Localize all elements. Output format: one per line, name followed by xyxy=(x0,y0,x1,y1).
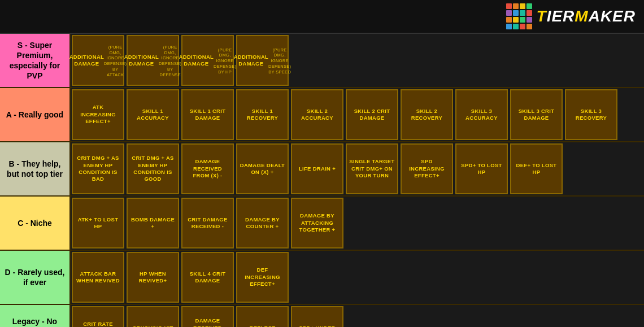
tier-cell[interactable]: ATK+ TO LOST HP xyxy=(72,198,124,248)
cell-main-text: ATK+ TO LOST HP xyxy=(75,216,121,230)
tier-cell[interactable]: BOMB DAMAGE + xyxy=(127,198,179,248)
logo-pixel xyxy=(513,24,519,29)
tier-cell[interactable]: DEF INCREASING EFFECT+ xyxy=(236,252,289,303)
tier-cell[interactable]: CRIT DAMAGE RECEIVED - xyxy=(181,198,234,248)
header: TierMaker xyxy=(0,0,644,34)
tier-cell[interactable]: SKILL 2 ACCURACY xyxy=(291,89,343,140)
tier-cell[interactable]: CRUSHING HIT DAMAGE+ xyxy=(127,306,179,327)
cell-main-text: LIFE DRAIN + xyxy=(299,165,336,172)
cell-main-text: CRUSHING HIT DAMAGE+ xyxy=(130,325,176,327)
cell-main-text: DAMAGE DEALT ON (X) + xyxy=(240,162,285,176)
tier-cells-row-s: ADDITIONAL DAMAGE(PURE DMG, IGNORE DEFEN… xyxy=(71,34,644,87)
tier-cell[interactable]: ATTACK BAR WHEN REVIVED xyxy=(72,252,124,303)
tier-cell[interactable]: DAMAGE BY COUNTER + xyxy=(236,198,289,248)
tier-label-row-a: A - Really good xyxy=(0,88,71,141)
cell-main-text: ADDITIONAL DAMAGE xyxy=(124,54,159,68)
tier-cell[interactable]: ADDITIONAL DAMAGE(PURE DMG, IGNORE DEFEN… xyxy=(181,35,234,86)
logo-text: TierMaker xyxy=(537,7,636,25)
tier-label-row-b: B - They help, but not top tier xyxy=(0,142,71,195)
logo-pixel xyxy=(526,10,532,16)
tier-cell[interactable]: DAMAGE RECEIVED UNDER INABILITY xyxy=(181,306,234,327)
logo-pixel xyxy=(506,10,512,16)
cell-main-text: REFLECT DAMAGE + xyxy=(240,325,285,327)
cell-main-text: DEF INCREASING EFFECT+ xyxy=(240,267,285,287)
logo-pixel xyxy=(520,10,525,16)
tier-cell[interactable]: SKILL 1 CRIT DAMAGE xyxy=(181,89,234,140)
tier-label-row-d: D - Rarely used, if ever xyxy=(0,251,71,304)
tier-cells-row-d: ATTACK BAR WHEN REVIVEDHP WHEN REVIVED+S… xyxy=(71,251,644,304)
logo-pixel xyxy=(520,3,525,9)
tier-cell[interactable]: SPD INCREASING EFFECT+ xyxy=(401,143,453,194)
cell-main-text: CRIT DMG + AS ENEMY HP CONDITION IS BAD xyxy=(75,155,121,182)
cell-main-text: ATK INCREASING EFFECT+ xyxy=(75,104,121,125)
tier-cell[interactable]: LIFE DRAIN + xyxy=(291,143,343,194)
cell-main-text: ADDITIONAL DAMAGE xyxy=(69,54,104,68)
cell-main-text: SINGLE TARGET CRIT DMG+ ON YOUR TURN xyxy=(349,158,395,179)
tier-cell[interactable]: ADDITIONAL DAMAGE(PURE DMG, IGNORE DEFEN… xyxy=(72,35,124,86)
cell-main-text: ADDITIONAL DAMAGE xyxy=(234,54,268,68)
cell-main-text: CRIT RATE INCREASING EFFECT + xyxy=(75,321,121,327)
cell-main-text: SKILL 4 CRIT DAMAGE xyxy=(185,271,230,285)
tier-row-row-b: B - They help, but not top tierCRIT DMG … xyxy=(0,142,644,197)
tier-cell[interactable]: DAMAGE DEALT ON (X) + xyxy=(236,143,289,194)
tier-cell[interactable]: SINGLE TARGET CRIT DMG+ ON YOUR TURN xyxy=(346,143,398,194)
tier-cell[interactable]: CRIT DMG + AS ENEMY HP CONDITION IS BAD xyxy=(72,143,124,194)
tiermaker-logo: TierMaker xyxy=(506,3,636,29)
tier-label-row-c: C - Niche xyxy=(0,197,71,250)
cell-main-text: DAMAGE BY COUNTER + xyxy=(240,216,285,230)
tier-cell[interactable]: SKILL 2 CRIT DAMAGE xyxy=(346,89,398,140)
tier-cells-row-a: ATK INCREASING EFFECT+SKILL 1 ACCURACYSK… xyxy=(71,88,644,141)
tier-cell[interactable]: REFLECT DAMAGE + xyxy=(236,306,289,327)
tier-cell[interactable]: ATK INCREASING EFFECT+ xyxy=(72,89,124,140)
cell-main-text: ATTACK BAR WHEN REVIVED xyxy=(75,271,121,285)
cell-sub-text: (PURE DMG, IGNORE DEFENSE) BY SPEED xyxy=(268,47,291,75)
tier-label-row-s: S - Super Premium, especially for PVP xyxy=(0,34,71,87)
tier-cell[interactable]: SKILL 4 CRIT DAMAGE xyxy=(181,252,234,303)
tier-row-row-legacy: Legacy - No Longer AvailableCRIT RATE IN… xyxy=(0,305,644,327)
tier-cell[interactable]: SPD+ UNDER INABILITY xyxy=(291,306,343,327)
tier-cell[interactable]: DAMAGE RECEIVED FROM (X) - xyxy=(181,143,234,194)
tier-cell[interactable]: SKILL 2 RECOVERY xyxy=(401,89,453,140)
tier-cell[interactable]: ADDITIONAL DAMAGE(PURE DMG, IGNORE DEFEN… xyxy=(236,35,289,86)
tier-cell[interactable]: CRIT DMG + AS ENEMY HP CONDITION IS GOOD xyxy=(127,143,179,194)
tier-cell[interactable]: SKILL 3 RECOVERY xyxy=(565,89,617,140)
tier-cells-row-b: CRIT DMG + AS ENEMY HP CONDITION IS BADC… xyxy=(71,142,644,195)
cell-sub-text: (PURE DMG, IGNORE DEFENSE) BY DEFENSE xyxy=(159,45,181,78)
cell-main-text: CRIT DAMAGE RECEIVED - xyxy=(185,216,230,230)
tier-row-row-a: A - Really goodATK INCREASING EFFECT+SKI… xyxy=(0,88,644,142)
cell-main-text: DAMAGE BY ATTACKING TOGETHER + xyxy=(294,212,340,233)
cell-main-text: SKILL 1 ACCURACY xyxy=(130,108,176,122)
tier-cell[interactable]: DEF+ TO LOST HP xyxy=(510,143,563,194)
logo-pixel xyxy=(513,3,519,9)
tier-cell[interactable]: DAMAGE BY ATTACKING TOGETHER + xyxy=(291,198,343,248)
cell-sub-text: (PURE DMG, IGNORE DEFENSE) BY HP xyxy=(214,47,236,75)
cell-main-text: HP WHEN REVIVED+ xyxy=(130,271,176,285)
cell-main-text: SKILL 2 RECOVERY xyxy=(404,108,450,122)
tier-cells-row-c: ATK+ TO LOST HPBOMB DAMAGE +CRIT DAMAGE … xyxy=(71,197,644,250)
cell-main-text: SKILL 1 RECOVERY xyxy=(240,108,285,122)
tier-cells-row-legacy: CRIT RATE INCREASING EFFECT +CRUSHING HI… xyxy=(71,305,644,327)
logo-pixel xyxy=(520,24,525,29)
cell-sub-text: (PURE DMG, IGNORE DEFENSE) BY ATTACK xyxy=(104,45,127,78)
cell-main-text: SKILL 3 CRIT DAMAGE xyxy=(514,108,559,122)
tier-cell[interactable]: SKILL 3 ACCURACY xyxy=(455,89,508,140)
cell-main-text: ADDITIONAL DAMAGE xyxy=(179,54,214,68)
cell-main-text: SKILL 1 CRIT DAMAGE xyxy=(185,108,230,122)
tier-row-row-c: C - NicheATK+ TO LOST HPBOMB DAMAGE +CRI… xyxy=(0,197,644,251)
tier-cell[interactable]: SPD+ TO LOST HP xyxy=(455,143,508,194)
cell-main-text: SKILL 3 ACCURACY xyxy=(459,108,504,122)
tier-cell[interactable]: SKILL 1 RECOVERY xyxy=(236,89,289,140)
tier-cell[interactable]: ADDITIONAL DAMAGE(PURE DMG, IGNORE DEFEN… xyxy=(127,35,179,86)
tier-cell[interactable]: CRIT RATE INCREASING EFFECT + xyxy=(72,306,124,327)
logo-pixel xyxy=(506,3,512,9)
tier-cell[interactable]: SKILL 3 CRIT DAMAGE xyxy=(510,89,563,140)
cell-main-text: DEF+ TO LOST HP xyxy=(514,162,559,176)
cell-main-text: SKILL 3 RECOVERY xyxy=(568,108,614,122)
cell-main-text: BOMB DAMAGE + xyxy=(130,216,176,230)
cell-main-text: SKILL 2 ACCURACY xyxy=(294,108,340,122)
logo-pixel xyxy=(526,24,532,29)
tier-table: TierMaker S - Super Premium, especially … xyxy=(0,0,644,327)
tier-cell[interactable]: HP WHEN REVIVED+ xyxy=(127,252,179,303)
logo-pixel xyxy=(506,24,512,29)
tier-cell[interactable]: SKILL 1 ACCURACY xyxy=(127,89,179,140)
